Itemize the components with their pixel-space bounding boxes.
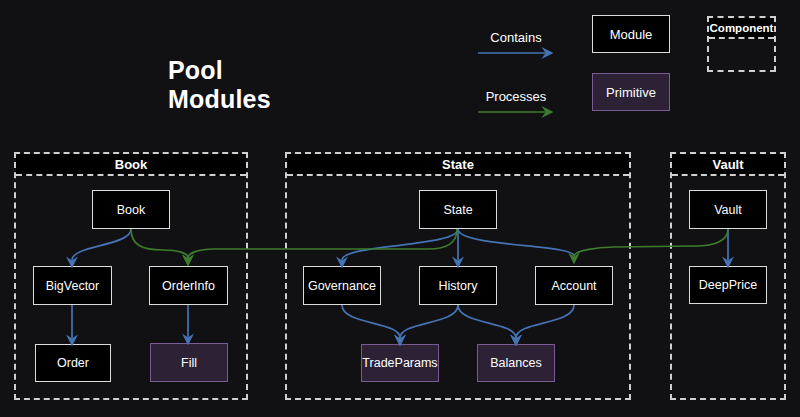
node-history: History (419, 266, 497, 305)
node-orderinfo: OrderInfo (149, 266, 228, 305)
node-book: Book (92, 190, 170, 229)
legend-component-label: Component (709, 18, 774, 39)
container-book-title: Book (16, 154, 246, 176)
legend-processes-label: Processes (478, 89, 554, 104)
legend-module-swatch: Module (592, 15, 670, 53)
legend-primitive-swatch: Primitive (592, 73, 670, 111)
container-state-title: State (287, 154, 629, 176)
legend-component-swatch: Component (707, 16, 776, 72)
node-fill: Fill (150, 343, 228, 382)
node-tradeparams: TradeParams (361, 344, 439, 382)
legend-contains-label: Contains (478, 30, 554, 45)
node-deepprice: DeepPrice (689, 266, 767, 304)
node-bigvector: BigVector (33, 266, 112, 305)
page-title: Pool Modules (168, 56, 328, 114)
node-governance: Governance (303, 266, 381, 305)
pool-modules-diagram: Pool Modules Contains Processes Module P… (0, 0, 800, 417)
node-vault: Vault (689, 190, 767, 229)
legend-module-label: Module (610, 27, 653, 42)
container-vault-title: Vault (672, 154, 784, 176)
node-account: Account (535, 266, 613, 305)
node-balances: Balances (477, 344, 555, 382)
node-order: Order (35, 344, 111, 382)
node-state: State (419, 190, 497, 229)
legend-primitive-label: Primitive (606, 85, 656, 100)
